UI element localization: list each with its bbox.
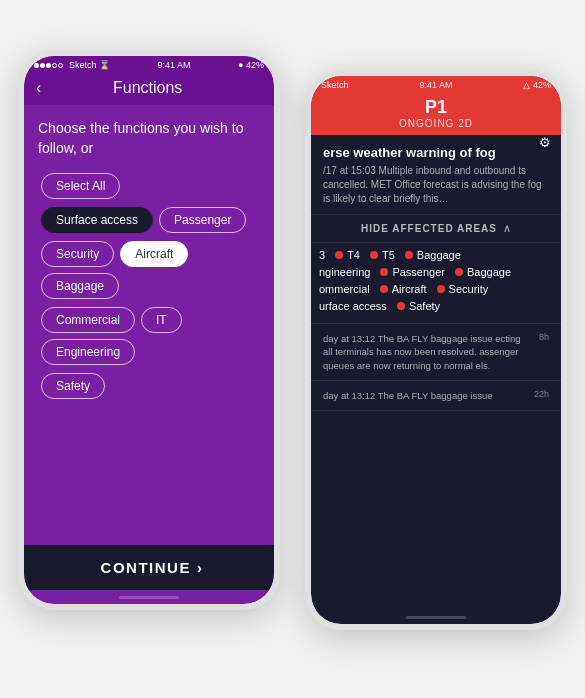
label-baggage-2: Baggage <box>467 266 511 278</box>
left-phone: Sketch ⌛ 9:41 AM ● 42% ‹ Functions Choos… <box>18 50 280 610</box>
red-dot-icon <box>405 251 413 259</box>
red-dot-icon <box>397 302 405 310</box>
select-all-row: Select All <box>38 170 260 202</box>
ongoing-label: ONGOING 2D <box>399 118 473 129</box>
label-t5: T5 <box>382 249 395 261</box>
status-bar-left: Sketch ⌛ 9:41 AM ● 42% <box>24 56 274 73</box>
continue-label: CONTINUE <box>101 559 191 576</box>
label-baggage-1: Baggage <box>417 249 461 261</box>
affected-item-aircraft: Aircraft <box>380 283 427 295</box>
affected-item-baggage-2: Baggage <box>455 266 511 278</box>
home-indicator-left <box>24 590 274 604</box>
pill-safety[interactable]: Safety <box>41 373 105 399</box>
incident-time-1: 8h <box>539 332 549 372</box>
content-left: Choose the functions you wish to follow,… <box>24 105 274 545</box>
pills-row-3: Commercial IT Engineering <box>38 304 260 368</box>
pill-aircraft[interactable]: Aircraft <box>120 241 188 267</box>
affected-prefix-3: ommercial <box>319 283 370 295</box>
gear-icon[interactable]: ⚙ <box>539 135 551 150</box>
pill-it[interactable]: IT <box>141 307 182 333</box>
affected-item-security: Security <box>437 283 489 295</box>
pill-passenger[interactable]: Passenger <box>159 207 246 233</box>
signal-dots: Sketch ⌛ <box>34 60 110 70</box>
affected-row-4: urface access Safety <box>311 300 549 312</box>
affected-prefix-2: ngineering <box>319 266 370 278</box>
label-t4: T4 <box>347 249 360 261</box>
alert-card: erse weather warning of fog /17 at 15:03… <box>311 135 561 215</box>
pills-row-4: Safety <box>38 370 260 402</box>
label-passenger: Passenger <box>392 266 445 278</box>
pill-engineering[interactable]: Engineering <box>41 339 135 365</box>
carrier-right: Sketch <box>321 80 349 90</box>
affected-prefix-1: 3 <box>319 249 325 261</box>
incident-item-2[interactable]: day at 13:12 The BA FLY baggage issue 22… <box>311 381 561 411</box>
right-phone: Sketch 9:41 AM △ 42% P1 ONGOING 2D ⚙ ers… <box>305 70 567 630</box>
alert-title: erse weather warning of fog <box>323 145 549 160</box>
incident-list: day at 13:12 The BA FLY baggage issue ec… <box>311 324 561 610</box>
battery-right: △ 42% <box>523 80 551 90</box>
pill-commercial[interactable]: Commercial <box>41 307 135 333</box>
affected-item-passenger: Passenger <box>380 266 445 278</box>
affected-item-baggage-1: Baggage <box>405 249 461 261</box>
label-aircraft: Aircraft <box>392 283 427 295</box>
battery-left: ● 42% <box>238 60 264 70</box>
content-right: erse weather warning of fog /17 at 15:03… <box>311 135 561 610</box>
instruction-text: Choose the functions you wish to follow,… <box>38 119 260 158</box>
affected-row-2: ngineering Passenger Baggage <box>311 266 549 278</box>
header-right: P1 ONGOING 2D ⚙ <box>311 93 561 135</box>
red-dot-icon <box>380 285 388 293</box>
label-safety: Safety <box>409 300 440 312</box>
affected-item-t5: T5 <box>370 249 395 261</box>
red-dot-icon <box>335 251 343 259</box>
red-dot-icon <box>437 285 445 293</box>
label-security: Security <box>449 283 489 295</box>
priority-label: P1 <box>425 97 447 118</box>
time-left: 9:41 AM <box>158 60 191 70</box>
affected-areas-toggle[interactable]: HIDE AFFECTED AREAS ∧ <box>311 215 561 243</box>
back-button[interactable]: ‹ <box>36 79 41 97</box>
incident-text-1: day at 13:12 The BA FLY baggage issue ec… <box>323 332 531 372</box>
red-dot-icon <box>380 268 388 276</box>
continue-button[interactable]: CONTINUE › <box>24 545 274 590</box>
page-title: Functions <box>49 79 246 97</box>
select-all-button[interactable]: Select All <box>41 173 120 199</box>
continue-arrow: › <box>197 559 204 576</box>
pill-surface-access[interactable]: Surface access <box>41 207 153 233</box>
red-dot-icon <box>370 251 378 259</box>
chevron-up-icon: ∧ <box>503 222 511 235</box>
home-indicator-right <box>311 610 561 624</box>
affected-item-safety: Safety <box>397 300 440 312</box>
affected-prefix-4: urface access <box>319 300 387 312</box>
time-right: 9:41 AM <box>419 80 452 90</box>
pill-baggage[interactable]: Baggage <box>41 273 119 299</box>
hide-affected-label: HIDE AFFECTED AREAS <box>361 223 497 234</box>
affected-item-t4: T4 <box>335 249 360 261</box>
affected-row-1: 3 T4 T5 Baggage <box>311 249 549 261</box>
incident-item-1[interactable]: day at 13:12 The BA FLY baggage issue ec… <box>311 324 561 381</box>
status-bar-right: Sketch 9:41 AM △ 42% <box>311 76 561 93</box>
red-dot-icon <box>455 268 463 276</box>
scene: Sketch ⌛ 9:41 AM ● 42% ‹ Functions Choos… <box>0 0 585 698</box>
pills-row-1: Surface access Passenger <box>38 204 260 236</box>
affected-areas-list: 3 T4 T5 Baggage <box>311 243 561 324</box>
incident-time-2: 22h <box>534 389 549 402</box>
alert-body: /17 at 15:03 Multiple inbound and outbou… <box>323 164 549 206</box>
header-left: ‹ Functions <box>24 73 274 105</box>
affected-row-3: ommercial Aircraft Security <box>311 283 549 295</box>
pill-security[interactable]: Security <box>41 241 114 267</box>
incident-text-2: day at 13:12 The BA FLY baggage issue <box>323 389 526 402</box>
pills-row-2: Security Aircraft Baggage <box>38 238 260 302</box>
